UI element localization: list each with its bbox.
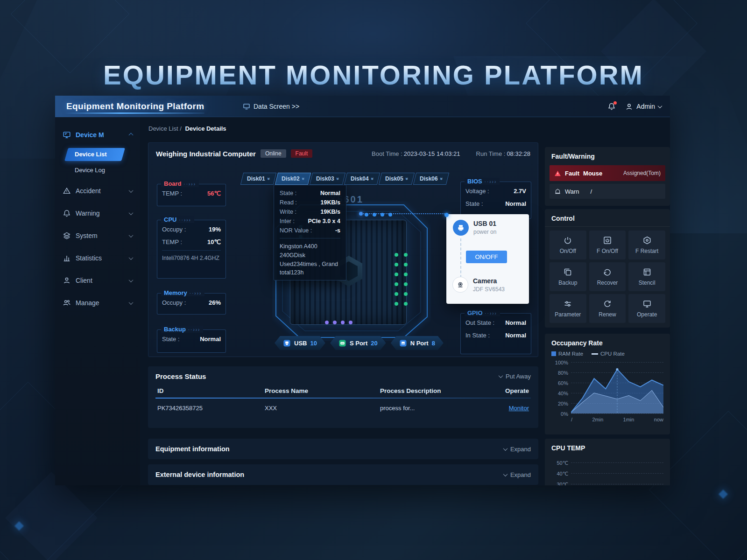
process-table-header: ID Process Name Process Description Oper…: [155, 384, 531, 399]
control-button-stencil[interactable]: Stencil: [628, 262, 665, 291]
control-button-recover[interactable]: Recover: [589, 262, 626, 291]
sidebar-item-manage[interactable]: Manage: [55, 293, 140, 313]
breadcrumb-current: Device Details: [185, 125, 226, 132]
monitor-link[interactable]: Monitor: [509, 405, 529, 412]
chevron-down-icon: [503, 472, 507, 476]
tab-disk02[interactable]: Disk02»: [275, 173, 311, 185]
layers-icon: [63, 231, 71, 240]
double-chevron-icon: »: [301, 177, 305, 180]
person-icon: [63, 276, 71, 285]
device-header: Weighing Industrial Computer Online Faul…: [156, 149, 530, 158]
sidebar-item-statistics[interactable]: Statistics: [55, 248, 140, 268]
disk-state-row: State :Normal: [274, 187, 346, 196]
usb-connector-line: [361, 213, 446, 214]
status-dots-green-2: [404, 253, 408, 306]
user-menu[interactable]: Admin: [625, 103, 662, 111]
tab-disk04[interactable]: Disk04»: [344, 173, 380, 185]
network-port-icon: [399, 339, 407, 347]
control-button-operate[interactable]: Operate: [628, 294, 665, 323]
camera-model: JDF SV6543: [473, 286, 505, 293]
control-button-backup[interactable]: Backup: [550, 262, 586, 291]
double-chevron-icon: »: [404, 177, 409, 180]
external-expand-toggle[interactable]: Expand: [504, 471, 531, 478]
memory-card-title: Memory: [161, 289, 204, 296]
sidebar-item-device-log[interactable]: Device Log: [75, 165, 140, 176]
tab-disk05[interactable]: Disk05»: [379, 173, 415, 185]
data-screen-label: Data Screen >>: [254, 103, 299, 110]
chevron-down-icon: [658, 104, 662, 108]
bios-card-title: BIOS: [465, 178, 500, 185]
backup-card: Backup State :Normal: [157, 329, 226, 353]
control-button-f-onoff[interactable]: F On/Off: [589, 231, 626, 259]
usb-popup-header: USB 01 power on: [453, 220, 522, 236]
notification-dot: [613, 101, 617, 105]
data-screen-link[interactable]: Data Screen >>: [243, 96, 299, 117]
tab-disk06[interactable]: Disk06»: [413, 173, 449, 185]
double-chevron-icon: »: [335, 177, 340, 180]
tab-disk03[interactable]: Disk03»: [310, 173, 345, 185]
fault-warning-title: Fault/Warning: [545, 147, 670, 164]
sidebar-item-device-m[interactable]: Device M: [55, 125, 140, 145]
control-title: Control: [545, 209, 670, 227]
warn-row[interactable]: Warn /: [550, 184, 665, 199]
app-brand: Equipment Monitoring Platform: [66, 96, 204, 117]
warn-type: Warn: [565, 188, 579, 195]
sidebar-item-system[interactable]: System: [55, 225, 140, 246]
occupancy-x-axis: / 2min 1min now: [571, 417, 663, 422]
cpu-card-title: CPU: [161, 216, 194, 223]
control-button-renew[interactable]: Renew: [589, 294, 626, 323]
warning-bell-icon: [63, 209, 71, 217]
bios-voltage-row: Voltage :2.7V: [461, 188, 531, 195]
page-title: EQUIPMENT MONITORING PLATFORM: [0, 59, 747, 91]
equipment-information-title: Equipment information: [155, 445, 230, 453]
control-grid: On/Off F On/Off F Restart Backup Recover: [545, 227, 670, 329]
fault-device: Mouse: [583, 170, 602, 177]
legend-line-icon: [592, 353, 598, 355]
tab-disk01[interactable]: Disk01»: [240, 173, 276, 185]
fault-warning-panel: Fault/Warning Fault Mouse Assigned(Tom) …: [545, 147, 670, 206]
put-away-toggle[interactable]: Put Away: [499, 373, 531, 380]
breadcrumb-parent[interactable]: Device List /: [148, 125, 182, 132]
chevron-down-icon: [129, 255, 134, 260]
screen-icon: [243, 103, 250, 110]
sidebar-item-accident[interactable]: Accident: [55, 181, 140, 201]
disk-tabs: Disk01» Disk02» Disk03» Disk04» Disk05» …: [242, 173, 448, 185]
sidebar-label: System: [76, 232, 98, 239]
usb-port-badge[interactable]: USB 10: [275, 336, 325, 350]
sidebar-item-device-list[interactable]: Device List: [66, 148, 123, 161]
n-port-badge[interactable]: N Port 8: [391, 336, 444, 350]
double-chevron-icon: »: [439, 177, 444, 180]
chevron-down-icon: [499, 373, 503, 378]
notification-bell-icon[interactable]: [607, 102, 616, 111]
sidebar: Device M Device List Device Log Accident…: [55, 117, 140, 485]
fault-type: Fault: [565, 170, 579, 177]
sidebar-label: Warning: [76, 210, 100, 217]
control-button-parameter[interactable]: Parameter: [550, 294, 586, 323]
user-icon: [625, 103, 633, 111]
equipment-expand-toggle[interactable]: Expand: [504, 446, 531, 453]
sidebar-label: Client: [76, 277, 92, 284]
external-device-information-title: External device information: [155, 471, 244, 478]
sidebar-item-warning[interactable]: Warning: [55, 203, 140, 224]
equipment-information-bar: Equipment information Expand: [148, 439, 538, 459]
control-button-f-restart[interactable]: F Restart: [628, 231, 665, 259]
occupancy-chart: 100% 80% 60% 40% 20% 0% / 2min 1min now: [551, 362, 663, 427]
memory-occupy-row: Occupy :26%: [157, 299, 226, 306]
chevron-down-icon: [129, 233, 134, 238]
usb-device-popup: USB 01 power on ON/OFF Camera JDF SV6543: [446, 214, 529, 304]
s-port-badge[interactable]: S Port 20: [330, 336, 386, 350]
board-temp-row: TEMP :56℃: [157, 190, 226, 197]
fault-row[interactable]: Fault Mouse Assigned(Tom): [550, 165, 665, 181]
sidebar-item-client[interactable]: Client: [55, 270, 140, 291]
control-button-onoff[interactable]: On/Off: [550, 231, 586, 259]
breadcrumb: Device List / Device Details: [148, 125, 226, 132]
gpio-card: GPIO Out State :Normal In State :Normal: [460, 313, 531, 354]
warn-value: /: [591, 188, 592, 195]
camera-row: Camera JDF SV6543: [452, 277, 505, 293]
control-panel: Control On/Off F On/Off F Restart Backup: [545, 209, 670, 328]
page: EQUIPMENT MONITORING PLATFORM Equipment …: [0, 0, 747, 560]
user-name: Admin: [636, 103, 655, 110]
legend-square-icon: [551, 351, 556, 356]
usb-onoff-button[interactable]: ON/OFF: [466, 251, 507, 263]
backup-icon: [563, 267, 572, 277]
